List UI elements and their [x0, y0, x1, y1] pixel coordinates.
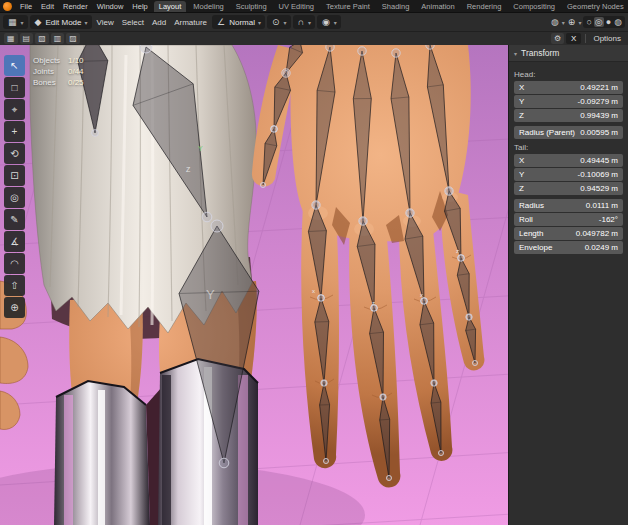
header-toggle-icon-1[interactable]: ▦	[4, 33, 18, 44]
field-value: 0.0249 m	[585, 243, 618, 252]
envelope-field[interactable]: Envelope 0.0249 m	[514, 241, 623, 254]
rendered-shading-icon[interactable]: ◍	[613, 17, 623, 27]
tool-transform[interactable]: ◎	[4, 187, 25, 208]
field-label: Y	[519, 170, 524, 179]
head-x-field[interactable]: X 0.49221 m	[514, 81, 623, 94]
roll-field[interactable]: Roll -162°	[514, 213, 623, 226]
stat-value: 1/10	[68, 56, 84, 67]
field-value: -0.09279 m	[578, 97, 618, 106]
field-value: 0.49445 m	[580, 156, 618, 165]
length-field[interactable]: Length 0.049782 m	[514, 227, 623, 240]
head-z-field[interactable]: Z 0.99439 m	[514, 109, 623, 122]
settings-gear-icon[interactable]: ⚙	[551, 33, 564, 44]
field-label: Z	[519, 184, 524, 193]
field-value: -0.10069 m	[578, 170, 618, 179]
workspace-tab-modeling[interactable]: Modeling	[188, 1, 228, 12]
stat-label: Objects	[33, 56, 64, 67]
menu-help[interactable]: Help	[128, 1, 151, 12]
svg-text:Y: Y	[198, 145, 203, 152]
workspace-tab-compositing[interactable]: Compositing	[508, 1, 560, 12]
stat-value: 0/25	[68, 78, 84, 89]
orientation-label: Normal	[229, 18, 255, 27]
tool-select-box[interactable]: □	[4, 77, 25, 98]
shading-mode-group: ○ ◎ ● ◍	[583, 16, 625, 28]
workspace-tab-sculpting[interactable]: Sculpting	[231, 1, 272, 12]
head-radius-parent-field[interactable]: Radius (Parent) 0.00595 m	[514, 126, 623, 139]
tool-extrude-to-cursor[interactable]: ⊕	[4, 297, 25, 318]
orientation-icon: ∠	[216, 17, 226, 27]
chevron-down-icon: ▾	[84, 19, 87, 26]
tool-extrude[interactable]: ⇧	[4, 275, 25, 296]
head-y-field[interactable]: Y -0.09279 m	[514, 95, 623, 108]
field-value: 0.0111 m	[586, 201, 618, 210]
workspace-tab-animation[interactable]: Animation	[416, 1, 459, 12]
mode-dropdown[interactable]: ◆ Edit Mode ▾	[30, 15, 92, 29]
header-toggle-icon-4[interactable]: ▥	[51, 33, 65, 44]
tool-bone-roll[interactable]: ◠	[4, 253, 25, 274]
tail-z-field[interactable]: Z 0.94529 m	[514, 182, 623, 195]
magnet-icon: ∩	[297, 17, 305, 27]
chevron-down-icon: ▾	[258, 19, 261, 26]
workspace-tab-texture-paint[interactable]: Texture Paint	[321, 1, 375, 12]
blender-logo-icon[interactable]	[3, 2, 12, 11]
field-label: Roll	[519, 215, 533, 224]
workspace-tab-uv-editing[interactable]: UV Editing	[274, 1, 319, 12]
menu-view[interactable]: View	[94, 17, 117, 28]
stat-bones: Bones 0/25	[33, 78, 84, 89]
material-shading-icon[interactable]: ●	[605, 17, 612, 27]
menu-add[interactable]: Add	[149, 17, 169, 28]
chevron-down-icon: ▾	[308, 19, 311, 26]
pivot-icon: ⊙	[271, 17, 281, 27]
tool-move[interactable]: +	[4, 121, 25, 142]
menu-edit[interactable]: Edit	[37, 1, 58, 12]
tail-y-field[interactable]: Y -0.10069 m	[514, 168, 623, 181]
workspace-tab-geometry-nodes[interactable]: Geometry Nodes	[562, 1, 628, 12]
tool-annotate[interactable]: ✎	[4, 209, 25, 230]
solid-shading-icon[interactable]: ◎	[594, 17, 604, 27]
tool-scale[interactable]: ⊡	[4, 165, 25, 186]
menu-window[interactable]: Window	[93, 1, 128, 12]
chevron-down-icon: ▾	[562, 19, 565, 26]
menu-render[interactable]: Render	[59, 1, 92, 12]
transform-panel-header[interactable]: ▾ Transform	[509, 45, 628, 62]
menu-armature[interactable]: Armature	[171, 17, 210, 28]
header-toggle-icon-3[interactable]: ▧	[35, 33, 49, 44]
menu-file[interactable]: File	[16, 1, 36, 12]
header-toggle-icon-5[interactable]: ▨	[66, 33, 80, 44]
editor-type-button[interactable]: ▦ ▾	[3, 15, 28, 29]
svg-text:Y: Y	[206, 287, 215, 302]
overlays-icon[interactable]: ◍	[550, 17, 560, 27]
field-label: Y	[519, 97, 524, 106]
workspace-tab-layout[interactable]: Layout	[154, 1, 187, 12]
workspace-tab-rendering[interactable]: Rendering	[462, 1, 507, 12]
orientation-dropdown[interactable]: ∠ Normal ▾	[212, 15, 265, 29]
wireframe-shading-icon[interactable]: ○	[585, 17, 592, 27]
head-group-label: Head:	[514, 70, 623, 79]
edit-mode-icon: ◆	[34, 17, 43, 27]
chevron-down-icon: ▾	[334, 19, 337, 26]
header-toggle-icon-2[interactable]: ▤	[20, 33, 34, 44]
tool-tweak[interactable]: ↖	[4, 55, 25, 76]
field-value: 0.99439 m	[580, 111, 618, 120]
options-dropdown[interactable]: Options	[590, 33, 624, 44]
mirror-x-toggle[interactable]: X	[566, 33, 581, 44]
proportional-dropdown[interactable]: ◉ ▾	[317, 15, 341, 29]
field-label: Radius	[519, 201, 544, 210]
3d-viewport[interactable]: YZYxzxz ↖ □ ⌖ + ⟲ ⊡ ◎ ✎ ∡ ◠ ⇧ ⊕ Objects …	[0, 45, 628, 525]
tool-rotate[interactable]: ⟲	[4, 143, 25, 164]
field-value: 0.00595 m	[580, 128, 618, 137]
field-label: X	[519, 83, 524, 92]
tool-measure[interactable]: ∡	[4, 231, 25, 252]
stat-label: Bones	[33, 78, 64, 89]
pivot-dropdown[interactable]: ⊙ ▾	[267, 15, 291, 29]
field-label: Length	[519, 229, 543, 238]
collapse-arrow-icon: ▾	[514, 50, 517, 57]
snap-dropdown[interactable]: ∩ ▾	[293, 15, 315, 29]
tail-x-field[interactable]: X 0.49445 m	[514, 154, 623, 167]
svg-text:Z: Z	[186, 166, 191, 173]
workspace-tab-shading[interactable]: Shading	[377, 1, 415, 12]
radius-field[interactable]: Radius 0.0111 m	[514, 199, 623, 212]
gizmos-icon[interactable]: ⊕	[567, 17, 577, 27]
menu-select[interactable]: Select	[119, 17, 147, 28]
tool-cursor[interactable]: ⌖	[4, 99, 25, 120]
